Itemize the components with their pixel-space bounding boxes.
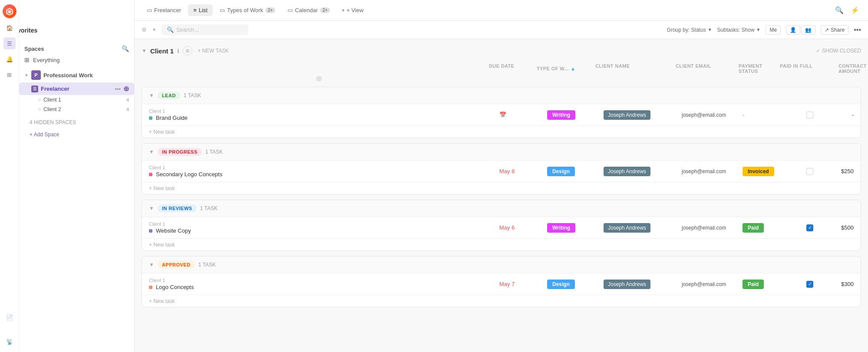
add-view-button[interactable]: + + View — [337, 4, 368, 16]
group-inprogress-chevron-icon[interactable]: ▼ — [149, 149, 154, 155]
sort-up-icon: ▲ — [571, 66, 575, 71]
sidebar-item-freelancer[interactable]: ☰ Freelancer ••• ⊕ — [19, 82, 134, 95]
people-buttons: 👤 👥 — [786, 25, 815, 35]
new-task-row-inprogress[interactable]: + New task — [142, 182, 861, 194]
sidebar-item-everything[interactable]: ⊞ Everything — [19, 54, 134, 66]
client-section-settings-icon[interactable]: ⚙ — [183, 46, 192, 56]
client-name-badge[interactable]: Joseph Andrews — [604, 223, 650, 233]
people-group-icon[interactable]: 👥 — [801, 25, 815, 35]
task-paid-checkbox[interactable] — [782, 168, 838, 175]
group-inreviews: ▼ IN REVIEWS 1 TASK Client 1 Website Cop… — [142, 200, 861, 251]
col-header-due-date: DUE DATE — [489, 63, 537, 74]
task-name-col: Client 1 Secondary Logo Concepts — [149, 165, 499, 178]
type-badge[interactable]: Writing — [547, 110, 575, 120]
client-name-badge[interactable]: Joseph Andrews — [604, 110, 650, 120]
share-button[interactable]: ↗ Share — [821, 25, 848, 35]
status-badge-lead: LEAD — [158, 92, 180, 99]
col-header-payment-status: PAYMENT STATUS — [739, 63, 780, 74]
payment-badge[interactable]: Paid — [743, 280, 764, 289]
new-task-row-approved[interactable]: + New task — [142, 295, 861, 307]
col-header-add[interactable]: ⊕ — [149, 74, 489, 83]
client-name-badge[interactable]: Joseph Andrews — [604, 167, 650, 176]
task-dot-icon — [149, 229, 152, 233]
calendar-icon[interactable]: 📅 — [499, 112, 506, 118]
type-badge[interactable]: Writing — [547, 223, 575, 233]
search-bar[interactable]: 🔍 Search... — [162, 24, 248, 35]
everything-grid-icon: ⊞ — [24, 56, 30, 63]
group-by-chevron-icon: ▼ — [708, 27, 712, 32]
col-header-type: TYPE OF W... ▲ — [537, 63, 595, 74]
apps-icon[interactable]: ⊞ — [3, 69, 16, 81]
sidebar-top — [0, 0, 134, 23]
table-row: Client 1 Logo Concepts May 7 Design Jose… — [142, 273, 861, 295]
toolbar: ⚙ ▼ 🔍 Search... Group by: Status ▼ Subta… — [135, 21, 868, 39]
topbar-right: 🔍 ⚡ — [833, 4, 861, 16]
checkbox-unchecked[interactable] — [806, 112, 813, 118]
list-icon[interactable]: ☰ — [3, 37, 16, 49]
project-add-icon[interactable]: ⊕ — [123, 85, 129, 93]
home-icon[interactable]: 🏠 — [3, 22, 16, 34]
task-type: Design — [547, 167, 604, 176]
checkbox-unchecked[interactable] — [806, 168, 813, 175]
sidebar-item-favorites[interactable]: Favorites — [5, 24, 129, 36]
checkbox-checked[interactable]: ✓ — [806, 224, 813, 231]
task-name: Logo Concepts — [149, 284, 499, 290]
task-due-date: May 6 — [499, 224, 547, 231]
svg-point-2 — [8, 10, 11, 13]
group-lead-chevron-icon[interactable]: ▼ — [149, 92, 154, 99]
tab-calendar[interactable]: ▭ Calendar 2+ — [282, 4, 335, 16]
task-type: Writing — [547, 110, 604, 120]
task-paid-checkbox[interactable]: ✓ — [782, 224, 838, 231]
group-inreviews-chevron-icon[interactable]: ▼ — [149, 205, 154, 211]
group-approved-chevron-icon[interactable]: ▼ — [149, 262, 154, 268]
radio-icon[interactable]: 📡 — [3, 336, 16, 348]
new-task-row-lead[interactable]: + New task — [142, 126, 861, 138]
filter-icon[interactable]: ⚙ — [142, 26, 147, 33]
subtasks-selector[interactable]: Subtasks: Show ▼ — [717, 27, 761, 33]
person-single-icon[interactable]: 👤 — [786, 25, 800, 35]
tab-freelancer[interactable]: ▭ Freelancer — [142, 4, 186, 16]
payment-badge[interactable]: Paid — [743, 223, 764, 233]
payment-badge[interactable]: Invoiced — [743, 167, 774, 176]
topbar: ▭ Freelancer ≡ List ▭ Types of Work 2+ ▭… — [135, 0, 868, 21]
sidebar-item-client2[interactable]: Client 2 4 — [19, 105, 134, 114]
client-name-badge[interactable]: Joseph Andrews — [604, 280, 650, 289]
client-section-info-icon[interactable]: ℹ — [177, 48, 179, 54]
docs-icon[interactable]: 📄 — [3, 311, 16, 323]
lightning-button[interactable]: ⚡ — [849, 4, 861, 16]
tab-types-of-work[interactable]: ▭ Types of Work 2+ — [215, 4, 281, 16]
task-client-name: Joseph Andrews — [604, 224, 682, 231]
client1-dot-icon — [38, 99, 41, 101]
more-options-button[interactable]: ••• — [854, 26, 861, 34]
space-header[interactable]: ▼ P Professional Work — [19, 68, 134, 82]
sidebar-item-client1[interactable]: Client 1 4 — [19, 95, 134, 105]
status-badge-approved: APPROVED — [158, 261, 195, 269]
group-approved: ▼ APPROVED 1 TASK Client 1 Logo Concepts… — [142, 256, 861, 307]
add-space-button[interactable]: + Add Space — [19, 129, 134, 140]
subtasks-chevron-icon: ▼ — [756, 27, 761, 32]
notification-icon[interactable]: 🔔 — [3, 53, 16, 65]
show-closed-button[interactable]: ✓ SHOW CLOSED — [816, 48, 861, 54]
group-by-selector[interactable]: Group by: Status ▼ — [667, 27, 712, 33]
task-paid-checkbox[interactable] — [782, 112, 838, 118]
task-payment-status: - — [743, 112, 782, 118]
client-section-title: Client 1 — [150, 47, 174, 55]
task-due-date: 📅 — [499, 112, 547, 118]
tab-list[interactable]: ≡ List — [188, 4, 213, 16]
types-tab-icon: ▭ — [220, 7, 225, 13]
project-more-icon[interactable]: ••• — [115, 86, 121, 92]
search-button[interactable]: 🔍 — [833, 4, 845, 16]
checkbox-checked[interactable]: ✓ — [806, 281, 813, 288]
search-spaces-icon[interactable]: 🔍 — [122, 45, 129, 52]
search-icon: 🔍 — [167, 26, 174, 33]
content-area: ▼ Client 1 ℹ ⚙ + NEW TASK ✓ SHOW CLOSED … — [135, 39, 868, 352]
me-button[interactable]: Me — [766, 25, 781, 35]
group-header-approved: ▼ APPROVED 1 TASK — [142, 257, 861, 273]
new-task-header-button[interactable]: + NEW TASK — [198, 48, 229, 54]
type-badge[interactable]: Design — [547, 167, 575, 176]
new-task-row-inreviews[interactable]: + New task — [142, 239, 861, 250]
task-name-col: Client 1 Website Copy — [149, 221, 499, 234]
task-paid-checkbox[interactable]: ✓ — [782, 281, 838, 288]
type-badge[interactable]: Design — [547, 280, 575, 289]
client-section-chevron-icon[interactable]: ▼ — [142, 48, 147, 54]
